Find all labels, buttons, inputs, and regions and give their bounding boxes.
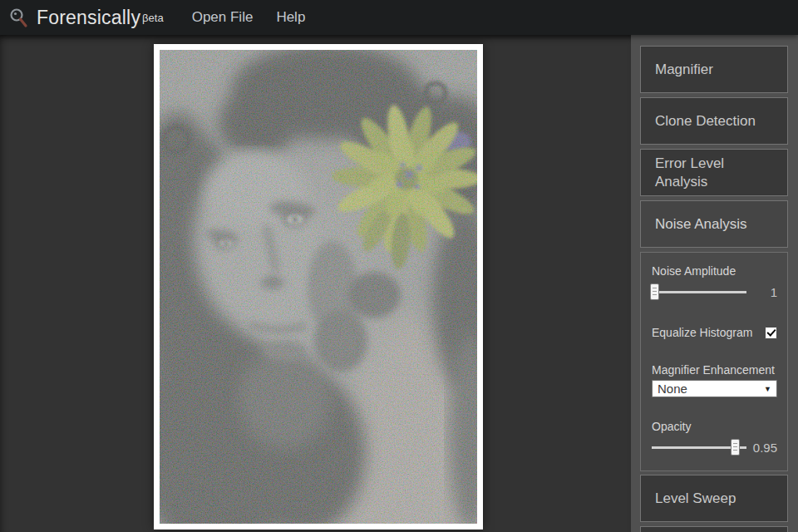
- noise-amplitude-slider-handle[interactable]: [650, 283, 659, 300]
- magnifier-enhancement-select[interactable]: None ▼: [652, 380, 777, 397]
- noise-amplitude-label: Noise Amplitude: [652, 264, 777, 278]
- slider-track[interactable]: [652, 291, 746, 293]
- equalize-histogram-label: Equalize Histogram: [652, 326, 765, 339]
- noise-analysis-panel: Noise Amplitude 1 Equalize Histogram Mag…: [640, 252, 788, 471]
- tool-label: Clone Detection: [655, 112, 756, 130]
- tool-label: Level Sweep: [655, 490, 736, 507]
- noise-amplitude-value: 1: [746, 285, 777, 299]
- tool-label: Noise Analysis: [655, 215, 747, 233]
- tool-button-luminance-gradient[interactable]: Luminance Gradient: [640, 526, 788, 532]
- tool-button-level-sweep[interactable]: Level Sweep: [640, 475, 788, 522]
- noise-analysis-image: [160, 50, 477, 524]
- tool-sidebar: Magnifier Clone Detection Error Level An…: [631, 35, 798, 532]
- app-title: Forensically: [37, 7, 140, 29]
- dropdown-caret-icon: ▼: [764, 385, 771, 393]
- app-logo: Forensically βeta: [7, 6, 164, 29]
- opacity-slider-handle[interactable]: [731, 439, 740, 456]
- image-canvas[interactable]: [0, 35, 631, 532]
- selected-option: None: [658, 382, 764, 396]
- tool-button-clone-detection[interactable]: Clone Detection: [640, 97, 788, 145]
- magnifier-enhancement-label: Magnifier Enhancement: [652, 363, 777, 377]
- magnifier-logo-icon: [7, 6, 30, 29]
- menu-help[interactable]: Help: [276, 9, 305, 26]
- app-title-beta: βeta: [142, 12, 164, 24]
- analyzed-photo[interactable]: [154, 44, 483, 530]
- tool-button-magnifier[interactable]: Magnifier: [640, 46, 788, 93]
- equalize-histogram-checkbox[interactable]: [765, 327, 777, 339]
- tool-button-error-level-analysis[interactable]: Error Level Analysis: [640, 149, 788, 196]
- opacity-value: 0.95: [746, 441, 777, 455]
- opacity-slider[interactable]: [652, 439, 746, 456]
- tool-button-noise-analysis[interactable]: Noise Analysis: [640, 200, 788, 248]
- tool-label: Magnifier: [655, 61, 713, 78]
- tool-label: Error Level Analysis: [655, 155, 773, 190]
- top-bar: Forensically βeta Open File Help: [0, 0, 798, 35]
- opacity-label: Opacity: [652, 420, 777, 433]
- top-menu: Open File Help: [192, 9, 306, 26]
- noise-amplitude-slider[interactable]: [652, 283, 746, 300]
- menu-open-file[interactable]: Open File: [192, 9, 254, 26]
